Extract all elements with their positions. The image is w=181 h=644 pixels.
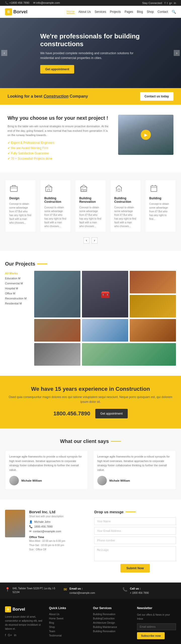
title-accent-line xyxy=(126,511,136,512)
service-icon xyxy=(149,184,159,194)
footer-newsletter-col: Newsletter Get our offers & News in your… xyxy=(137,606,176,639)
footer-quick-links-title: Quick Links xyxy=(49,606,88,610)
footer-social-links: f G+ in xyxy=(5,633,44,637)
filter-office[interactable]: Office M xyxy=(5,291,30,296)
why-description: Bring to the table win-win survival stra… xyxy=(8,124,111,138)
logo[interactable]: B Borvel xyxy=(5,8,27,15)
carousel-prev-button[interactable]: ‹ xyxy=(83,237,89,243)
newsletter-email-input[interactable] xyxy=(137,623,176,630)
filter-commercial[interactable]: Commercial M xyxy=(5,281,30,286)
project-image[interactable] xyxy=(34,343,80,366)
office-time-title: Office Time xyxy=(29,536,65,539)
top-bar-right: Stay Connected: f t g+ in xyxy=(142,2,176,5)
nav-shop[interactable]: Shop xyxy=(147,10,154,14)
footer-googleplus-icon[interactable]: G+ xyxy=(8,633,12,637)
testimonial-name: Michale William xyxy=(21,479,42,482)
filter-education[interactable]: Education M xyxy=(5,276,30,281)
top-email: ✉ info@example.com xyxy=(33,1,60,5)
svg-rect-5 xyxy=(118,189,120,191)
footer-link[interactable]: Team xyxy=(49,630,88,633)
nav-home[interactable]: Home xyxy=(67,10,75,14)
footer-link[interactable]: Shop xyxy=(49,626,88,628)
footer-link[interactable]: About Us xyxy=(49,613,88,616)
email-icon: ✉ xyxy=(64,587,67,592)
hero-prev-button[interactable]: ‹ xyxy=(1,50,7,56)
filter-hospital[interactable]: Hospital M xyxy=(5,286,30,291)
project-image[interactable] xyxy=(130,319,176,342)
footer-service-link[interactable]: Building Maintenance xyxy=(93,626,132,628)
svg-rect-3 xyxy=(48,189,50,191)
contact-email-input[interactable] xyxy=(94,527,176,535)
top-bar-left: 📞 +1800 456 7890 ✉ info@example.com xyxy=(5,1,60,5)
footer-logo-text: Borvel xyxy=(13,607,25,612)
filter-residential[interactable]: Residential M xyxy=(5,301,30,306)
nav-services[interactable]: Services xyxy=(95,10,106,14)
footer-linkedin-icon[interactable]: in xyxy=(14,633,16,637)
service-desc: Concept to obtain some advantage from it… xyxy=(79,206,102,228)
nav-projects[interactable]: Projects xyxy=(110,10,121,14)
why-image-inner: ▶ xyxy=(118,115,173,155)
facebook-icon[interactable]: f xyxy=(165,2,165,5)
location-icon: 📍 xyxy=(5,587,10,592)
banner: Looking for a best Construction Company … xyxy=(0,88,181,105)
footer-logo: B Borvel xyxy=(5,606,44,612)
contact-message-input[interactable] xyxy=(94,546,176,561)
projects-filter: All Works Education M Commercial M Hospi… xyxy=(5,271,30,366)
contact-phone-input[interactable] xyxy=(94,537,176,544)
nav-blog[interactable]: Blog xyxy=(137,10,143,14)
testimonial-card: Leverage agile frameworks to provide a r… xyxy=(93,450,176,489)
logo-icon: B xyxy=(5,8,12,15)
project-image[interactable] xyxy=(82,319,128,342)
twitter-icon[interactable]: t xyxy=(167,2,168,5)
footer-services-title: Our Services xyxy=(93,606,132,610)
contact-info: Borvel Inc. Ltd Short text with your des… xyxy=(29,510,65,572)
hero-cta-button[interactable]: Get appointment xyxy=(40,65,74,74)
why-title: Why you choose us for your next project … xyxy=(8,115,111,121)
office-hours-3: Sun : Office Off xyxy=(29,548,65,551)
nav-about[interactable]: About Us xyxy=(78,10,91,14)
footer-service-link[interactable]: BuildingCostruction xyxy=(93,617,132,620)
linkedin-icon[interactable]: in xyxy=(174,2,176,5)
footer-link[interactable]: Testimonial xyxy=(49,634,88,637)
top-phone: 📞 +1800 456 7890 xyxy=(5,1,29,5)
project-image[interactable] xyxy=(130,271,176,293)
footer-link[interactable]: Home Sweet xyxy=(49,617,88,620)
project-image[interactable] xyxy=(34,319,80,342)
service-desc: Concept to obtain some advantage from it… xyxy=(114,206,137,228)
submit-button[interactable]: Submit Now xyxy=(120,564,150,572)
cta-phone: 1800.456.7890 xyxy=(53,410,90,417)
testimonials-title: What our client says xyxy=(5,438,176,444)
why-section: Why you choose us for your next project … xyxy=(0,105,181,172)
play-button[interactable]: ▶ xyxy=(141,130,151,140)
carousel-controls: ‹ › xyxy=(5,237,176,243)
filter-reconstruction[interactable]: Reconstruction M xyxy=(5,296,30,301)
hero-content: We're professionals for building constru… xyxy=(40,32,141,74)
footer-service-link[interactable]: Architecture Design xyxy=(93,621,132,624)
cta-appointment-button[interactable]: Get appointment xyxy=(95,409,128,418)
project-image[interactable]: 🧰 xyxy=(82,271,128,317)
project-image[interactable] xyxy=(34,271,80,317)
footer-quick-links-col: Quick Links About Us Home Sweet Blog Sho… xyxy=(49,606,88,639)
projects-grid: 🧰 xyxy=(34,271,176,366)
hero-next-button[interactable]: › xyxy=(174,50,180,56)
footer-service-link[interactable]: Building Renovation xyxy=(93,613,132,616)
banner-cta-button[interactable]: Contact us today xyxy=(140,92,173,101)
footer-service-link[interactable]: Building Renovation xyxy=(93,630,132,633)
footer-phone-info: 📞 Call us : + 1800 456 7890 xyxy=(122,587,176,595)
search-icon[interactable]: 🔍 xyxy=(172,10,176,14)
service-title: Design xyxy=(9,197,32,200)
project-image[interactable] xyxy=(82,343,176,366)
service-icon xyxy=(114,184,124,194)
newsletter-subscribe-button[interactable]: Subscribe now xyxy=(137,632,165,639)
footer-facebook-icon[interactable]: f xyxy=(5,633,6,637)
nav-contact[interactable]: Contact xyxy=(158,10,168,14)
contact-name-input[interactable] xyxy=(94,518,176,525)
project-image[interactable] xyxy=(130,295,176,317)
filter-all-works[interactable]: All Works xyxy=(5,271,30,276)
nav-pages[interactable]: Pages xyxy=(125,10,133,14)
title-accent-line xyxy=(37,264,47,264)
office-hours-2: Thur-Sat : 10:00 pm to 8:00 pm xyxy=(29,544,65,547)
carousel-next-button[interactable]: › xyxy=(92,237,98,243)
googleplus-icon[interactable]: g+ xyxy=(169,2,172,5)
footer-link[interactable]: Blog xyxy=(49,621,88,624)
